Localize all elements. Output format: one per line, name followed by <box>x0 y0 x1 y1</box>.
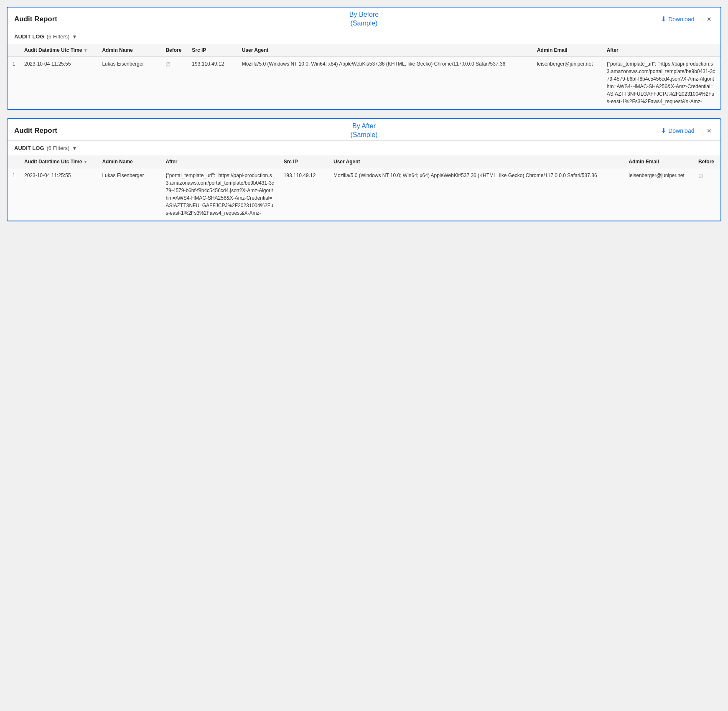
panel1-table: Audit Datetime Utc Time ▼ Admin Name Bef… <box>8 44 720 109</box>
panel2-title: Audit Report <box>14 127 57 135</box>
col2-header-datetime[interactable]: Audit Datetime Utc Time ▼ <box>20 155 98 168</box>
panel1-close-button[interactable]: × <box>704 15 714 24</box>
col-header-datetime[interactable]: Audit Datetime Utc Time ▼ <box>20 44 98 57</box>
sort-icon-2: ▼ <box>84 160 88 164</box>
panel2-table-wrapper[interactable]: Audit Datetime Utc Time ▼ Admin Name Aft… <box>8 155 720 221</box>
panel2-center-label: By After(Sample) <box>351 122 378 140</box>
panel2-cell-srcip: 193.110.49.12 <box>280 168 329 221</box>
col-header-user-agent: User Agent <box>238 44 533 57</box>
panel1-center-label: By Before(Sample) <box>349 10 379 28</box>
panel2-table: Audit Datetime Utc Time ▼ Admin Name Aft… <box>8 155 720 221</box>
panel1-cell-num: 1 <box>8 57 20 109</box>
null-symbol-2: ∅ <box>698 173 703 179</box>
col-header-after: After <box>603 44 720 57</box>
col-header-before: Before <box>161 44 188 57</box>
panel2-actions: ⬇ Download × <box>657 125 714 136</box>
panel2-download-label: Download <box>668 127 694 134</box>
panel1-row-1: 1 2023-10-04 11:25:55 Lukas Eisenberger … <box>8 57 720 109</box>
download-icon-2: ⬇ <box>661 127 666 135</box>
panel2-cell-admin: Lukas Eisenberger <box>98 168 161 221</box>
panel1-actions: ⬇ Download × <box>657 13 714 25</box>
panel1-cell-email: leisenberger@juniper.net <box>533 57 603 109</box>
panel2-audit-log-bar: AUDIT LOG (6 Filters) ▼ <box>8 141 720 155</box>
panel1-download-label: Download <box>668 16 694 23</box>
col2-header-after: After <box>161 155 279 168</box>
panel2-cell-datetime: 2023-10-04 11:25:55 <box>20 168 98 221</box>
col2-header-admin-name: Admin Name <box>98 155 161 168</box>
col2-header-admin-email: Admin Email <box>624 155 694 168</box>
col-header-admin-name: Admin Name <box>98 44 161 57</box>
col2-header-before: Before <box>694 155 720 168</box>
panel2-cell-after: {"portal_template_url": "https://papi-pr… <box>161 168 279 221</box>
panel2-filters-label: (6 Filters) <box>47 145 70 151</box>
panel1-header: Audit Report By Before(Sample) ⬇ Downloa… <box>8 8 720 29</box>
panel1-cell-srcip: 193.110.49.12 <box>188 57 237 109</box>
panel1-filters-label: (6 Filters) <box>47 33 70 40</box>
chevron-down-icon-2[interactable]: ▼ <box>72 145 77 151</box>
col2-header-user-agent: User Agent <box>329 155 624 168</box>
sort-icon: ▼ <box>84 48 88 53</box>
panel-by-after: Audit Report By After(Sample) ⬇ Download… <box>7 118 721 221</box>
null-symbol: ∅ <box>165 61 171 68</box>
panel1-download-button[interactable]: ⬇ Download <box>657 13 697 25</box>
panel1-table-wrapper[interactable]: Audit Datetime Utc Time ▼ Admin Name Bef… <box>8 44 720 109</box>
panel-by-before: Audit Report By Before(Sample) ⬇ Downloa… <box>7 7 721 110</box>
panel1-audit-log-label: AUDIT LOG <box>14 33 44 40</box>
panel1-title: Audit Report <box>14 15 57 23</box>
panel1-cell-before: ∅ <box>161 57 188 109</box>
panel2-cell-email: leisenberger@juniper.net <box>624 168 694 221</box>
panel1-cell-admin: Lukas Eisenberger <box>98 57 161 109</box>
panel2-header: Audit Report By After(Sample) ⬇ Download… <box>8 119 720 141</box>
panel2-cell-before: ∅ <box>694 168 720 221</box>
panel1-audit-log-bar: AUDIT LOG (6 Filters) ▼ <box>8 29 720 44</box>
panel2-cell-useragent: Mozilla/5.0 (Windows NT 10.0; Win64; x64… <box>329 168 624 221</box>
panel2-download-button[interactable]: ⬇ Download <box>657 125 697 136</box>
col-header-admin-email: Admin Email <box>533 44 603 57</box>
col2-header-src-ip: Src IP <box>280 155 329 168</box>
panel1-header-row: Audit Datetime Utc Time ▼ Admin Name Bef… <box>8 44 720 57</box>
col-header-src-ip: Src IP <box>188 44 237 57</box>
panel1-cell-useragent: Mozilla/5.0 (Windows NT 10.0; Win64; x64… <box>238 57 533 109</box>
panel2-row-1: 1 2023-10-04 11:25:55 Lukas Eisenberger … <box>8 168 720 221</box>
download-icon: ⬇ <box>661 15 666 23</box>
panel1-cell-datetime: 2023-10-04 11:25:55 <box>20 57 98 109</box>
panel2-cell-num: 1 <box>8 168 20 221</box>
col-header-num <box>8 44 20 57</box>
panel1-cell-after: {"portal_template_url": "https://papi-pr… <box>603 57 720 109</box>
col2-header-num <box>8 155 20 168</box>
panel2-header-row: Audit Datetime Utc Time ▼ Admin Name Aft… <box>8 155 720 168</box>
chevron-down-icon[interactable]: ▼ <box>72 34 77 40</box>
panel2-close-button[interactable]: × <box>704 126 714 135</box>
panel2-audit-log-label: AUDIT LOG <box>14 145 44 151</box>
